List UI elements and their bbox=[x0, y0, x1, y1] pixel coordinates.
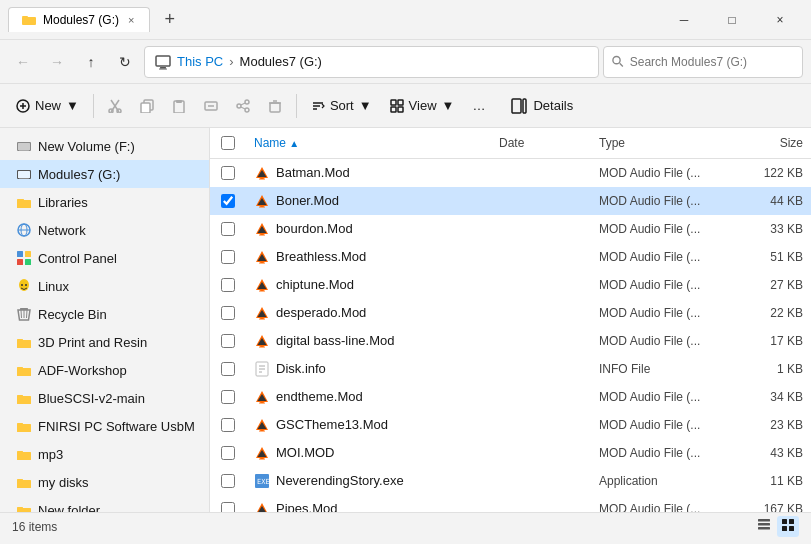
row-checkbox[interactable] bbox=[221, 194, 235, 208]
view-button[interactable]: View ▼ bbox=[382, 93, 463, 118]
details-view-button[interactable] bbox=[753, 516, 775, 537]
sidebar-item-network[interactable]: Network bbox=[0, 216, 209, 244]
sidebar-item-linux[interactable]: Linux bbox=[0, 272, 209, 300]
row-checkbox[interactable] bbox=[221, 502, 235, 513]
vlc-icon bbox=[254, 417, 270, 433]
row-checkbox[interactable] bbox=[221, 166, 235, 180]
row-type: MOD Audio File (... bbox=[591, 248, 741, 266]
select-all-checkbox[interactable] bbox=[221, 136, 235, 150]
table-row[interactable]: Pipes.Mod MOD Audio File (... 167 KB bbox=[210, 495, 811, 512]
sidebar-item-new-volume[interactable]: New Volume (F:) bbox=[0, 132, 209, 160]
row-check[interactable] bbox=[210, 334, 246, 348]
svg-rect-88 bbox=[259, 262, 265, 263]
row-checkbox[interactable] bbox=[221, 306, 235, 320]
address-this-pc[interactable]: This PC bbox=[177, 54, 223, 69]
svg-rect-51 bbox=[25, 259, 31, 265]
sidebar-item-adf-workshop[interactable]: ADF-Workshop bbox=[0, 356, 209, 384]
header-name[interactable]: Name bbox=[246, 132, 491, 154]
sidebar-item-bluescsi[interactable]: BlueSCSI-v2-main bbox=[0, 384, 209, 412]
row-check[interactable] bbox=[210, 222, 246, 236]
row-check[interactable] bbox=[210, 446, 246, 460]
up-button[interactable]: ↑ bbox=[76, 47, 106, 77]
address-bar[interactable]: This PC › Modules7 (G:) bbox=[144, 46, 599, 78]
table-row[interactable]: digital bass-line.Mod MOD Audio File (..… bbox=[210, 327, 811, 355]
file-name: Disk.info bbox=[276, 361, 326, 376]
refresh-button[interactable]: ↻ bbox=[110, 47, 140, 77]
paste-button[interactable] bbox=[164, 94, 194, 118]
table-row[interactable]: MOI.MOD MOD Audio File (... 43 KB bbox=[210, 439, 811, 467]
sidebar-item-modules7[interactable]: Modules7 (G:) bbox=[0, 160, 209, 188]
sidebar-item-mp3[interactable]: mp3 bbox=[0, 440, 209, 468]
more-button[interactable]: … bbox=[464, 93, 493, 118]
maximize-button[interactable]: □ bbox=[709, 4, 755, 36]
new-button[interactable]: New ▼ bbox=[8, 93, 87, 118]
folder-new-icon bbox=[16, 502, 32, 512]
table-row[interactable]: Breathless.Mod MOD Audio File (... 51 KB bbox=[210, 243, 811, 271]
svg-rect-116 bbox=[259, 458, 265, 459]
header-check[interactable] bbox=[210, 136, 246, 150]
row-check[interactable] bbox=[210, 418, 246, 432]
sidebar-item-new-folder[interactable]: New folder bbox=[0, 496, 209, 512]
sidebar-item-libraries[interactable]: Libraries bbox=[0, 188, 209, 216]
row-check[interactable] bbox=[210, 390, 246, 404]
sidebar-item-fnirsi[interactable]: FNIRSI PC Software UsbM bbox=[0, 412, 209, 440]
sort-button[interactable]: Sort ▼ bbox=[303, 93, 380, 118]
row-checkbox[interactable] bbox=[221, 250, 235, 264]
view-chevron: ▼ bbox=[442, 98, 455, 113]
file-name: digital bass-line.Mod bbox=[276, 333, 395, 348]
sidebar-item-my-disks[interactable]: my disks bbox=[0, 468, 209, 496]
row-check[interactable] bbox=[210, 502, 246, 513]
sidebar-item-recycle-bin[interactable]: Recycle Bin bbox=[0, 300, 209, 328]
forward-button[interactable]: → bbox=[42, 47, 72, 77]
sidebar-item-control-panel[interactable]: Control Panel bbox=[0, 244, 209, 272]
copy-button[interactable] bbox=[132, 94, 162, 118]
details-panel-button[interactable]: Details bbox=[503, 93, 581, 119]
table-row[interactable]: GSCTheme13.Mod MOD Audio File (... 23 KB bbox=[210, 411, 811, 439]
folder-bluescsi-icon bbox=[16, 390, 32, 406]
rename-button[interactable] bbox=[196, 94, 226, 118]
cut-button[interactable] bbox=[100, 94, 130, 118]
header-type[interactable]: Type bbox=[591, 132, 741, 154]
row-checkbox[interactable] bbox=[221, 334, 235, 348]
row-check[interactable] bbox=[210, 278, 246, 292]
share-button[interactable] bbox=[228, 94, 258, 118]
header-size[interactable]: Size bbox=[741, 132, 811, 154]
table-row[interactable]: desperado.Mod MOD Audio File (... 22 KB bbox=[210, 299, 811, 327]
close-button[interactable]: × bbox=[757, 4, 803, 36]
row-check[interactable] bbox=[210, 166, 246, 180]
search-input[interactable] bbox=[630, 55, 794, 69]
active-tab[interactable]: Modules7 (G:) × bbox=[8, 7, 150, 32]
delete-button[interactable] bbox=[260, 94, 290, 118]
back-button[interactable]: ← bbox=[8, 47, 38, 77]
row-checkbox[interactable] bbox=[221, 446, 235, 460]
row-check[interactable] bbox=[210, 474, 246, 488]
sidebar-item-mp3-label: mp3 bbox=[38, 447, 63, 462]
row-type: MOD Audio File (... bbox=[591, 444, 741, 462]
row-checkbox[interactable] bbox=[221, 222, 235, 236]
row-checkbox[interactable] bbox=[221, 390, 235, 404]
table-row[interactable]: EXE NeverendingStory.exe Application 11 … bbox=[210, 467, 811, 495]
search-box[interactable] bbox=[603, 46, 803, 78]
row-check[interactable] bbox=[210, 250, 246, 264]
table-row[interactable]: bourdon.Mod MOD Audio File (... 33 KB bbox=[210, 215, 811, 243]
exe-icon: EXE bbox=[254, 473, 270, 489]
row-check[interactable] bbox=[210, 194, 246, 208]
header-date[interactable]: Date bbox=[491, 132, 591, 154]
sidebar-item-3d-print[interactable]: 3D Print and Resin bbox=[0, 328, 209, 356]
minimize-button[interactable]: ─ bbox=[661, 4, 707, 36]
row-checkbox[interactable] bbox=[221, 418, 235, 432]
table-row[interactable]: Batman.Mod MOD Audio File (... 122 KB bbox=[210, 159, 811, 187]
new-tab-button[interactable]: + bbox=[158, 9, 181, 30]
row-checkbox[interactable] bbox=[221, 474, 235, 488]
sort-chevron: ▼ bbox=[359, 98, 372, 113]
table-row[interactable]: chiptune.Mod MOD Audio File (... 27 KB bbox=[210, 271, 811, 299]
row-checkbox[interactable] bbox=[221, 278, 235, 292]
tiles-view-button[interactable] bbox=[777, 516, 799, 537]
tab-close-button[interactable]: × bbox=[125, 13, 137, 27]
table-row[interactable]: endtheme.Mod MOD Audio File (... 34 KB bbox=[210, 383, 811, 411]
table-row[interactable]: Disk.info INFO File 1 KB bbox=[210, 355, 811, 383]
table-row[interactable]: Boner.Mod MOD Audio File (... 44 KB bbox=[210, 187, 811, 215]
row-checkbox[interactable] bbox=[221, 362, 235, 376]
row-check[interactable] bbox=[210, 362, 246, 376]
row-check[interactable] bbox=[210, 306, 246, 320]
